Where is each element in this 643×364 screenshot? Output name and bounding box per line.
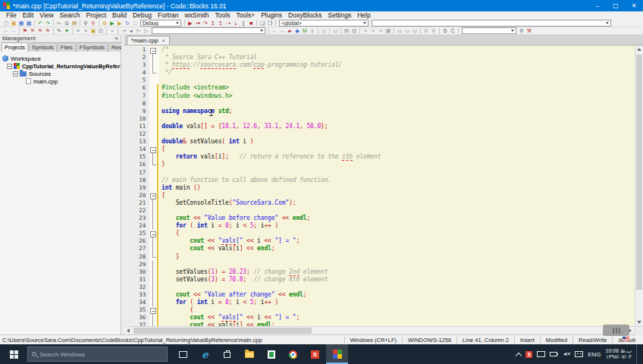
menu-fortran[interactable]: Fortran xyxy=(155,11,181,19)
minimize-button[interactable]: – xyxy=(588,0,607,11)
incremental-search[interactable] xyxy=(462,27,516,34)
vertical-scroll-thumb[interactable] xyxy=(636,55,642,290)
jump-point-icon[interactable]: ● xyxy=(127,27,135,35)
rebuild-icon[interactable]: ↻ xyxy=(124,19,131,27)
box-tool-2-icon[interactable]: ▭ xyxy=(403,27,411,35)
fold-toggle-icon[interactable] xyxy=(149,146,157,153)
replace-icon[interactable]: ⚲ xyxy=(89,19,97,27)
toggle-bookmark-icon[interactable]: ⚑ xyxy=(21,27,29,35)
find-icon[interactable]: ⚲ xyxy=(82,19,89,27)
wx-forward-icon[interactable]: → xyxy=(278,27,286,35)
next-instruction-icon[interactable]: ⇢ xyxy=(224,19,232,27)
debugging-windows-icon[interactable]: ❏ xyxy=(259,19,266,27)
close-button[interactable]: ✕ xyxy=(625,0,643,11)
vertical-scrollbar[interactable] xyxy=(635,46,643,326)
next-line-icon[interactable]: ↷ xyxy=(202,19,209,27)
abort-build-icon[interactable]: □ xyxy=(131,19,139,27)
frame-box-icon[interactable]: ▭ xyxy=(331,27,339,35)
wx-diamond-icon[interactable]: ◆ xyxy=(293,27,301,35)
menu-file[interactable]: File xyxy=(3,11,20,19)
menu-wxsmith[interactable]: wxSmith xyxy=(181,11,212,19)
taskbar-app-s-app[interactable]: S xyxy=(304,344,326,364)
jump-run-icon[interactable]: ▷ xyxy=(143,27,150,35)
code-editor[interactable]: 1/*2 * Source Sara C++ Tutorial3 * https… xyxy=(124,46,635,326)
function-select[interactable] xyxy=(372,20,611,27)
box-tool-3-icon[interactable]: ▭ xyxy=(411,27,419,35)
menu-view[interactable]: View xyxy=(36,11,56,19)
scroll-left-icon[interactable] xyxy=(127,328,130,333)
spell-check-c-icon[interactable]: C xyxy=(449,27,456,35)
redo-icon[interactable]: ↷ xyxy=(44,19,52,27)
build-icon[interactable]: ⚙ xyxy=(101,19,108,27)
step-out-icon[interactable]: ↥ xyxy=(217,19,224,27)
keyboard-layout-icon[interactable] xyxy=(575,351,583,357)
open-file-icon[interactable]: ▣ xyxy=(10,19,17,27)
fold-toggle-icon[interactable] xyxy=(149,306,157,314)
start-button[interactable] xyxy=(0,344,27,364)
paste-icon[interactable]: ▤ xyxy=(71,19,78,27)
taskbar-app-chrome[interactable] xyxy=(282,344,304,364)
prev-bookmark-icon[interactable]: ⚑ xyxy=(29,27,36,35)
language-indicator[interactable]: ENG xyxy=(588,351,601,358)
menu-edit[interactable]: Edit xyxy=(20,11,37,19)
incremental-search-go-icon[interactable]: ⚲ xyxy=(518,27,525,35)
fold-toggle-icon[interactable] xyxy=(149,46,157,54)
tab-symbols[interactable]: Symbols xyxy=(29,42,57,52)
align-center-icon[interactable]: ≡ xyxy=(369,27,377,35)
tree-item-project[interactable]: CppTutorial_ReturningValueByReference xyxy=(0,62,121,70)
tray-s-app-icon[interactable]: S xyxy=(525,351,532,358)
select-target-icon[interactable]: ◎ xyxy=(320,27,328,35)
highlight-occurrences-icon[interactable]: ▣ xyxy=(89,27,97,35)
editor-tab-main-cpp[interactable]: *main.cpp × xyxy=(127,36,170,45)
scroll-down-icon[interactable] xyxy=(637,321,641,324)
taskbar-app-store[interactable] xyxy=(216,344,238,364)
step-into-instruction-icon[interactable]: ⇣ xyxy=(232,19,240,27)
run-to-cursor-icon[interactable]: ⇥ xyxy=(194,19,202,27)
split-vertical-icon[interactable]: ▥ xyxy=(350,27,358,35)
stop-debugger-icon[interactable]: ■ xyxy=(247,19,255,27)
menu-build[interactable]: Build xyxy=(109,11,130,19)
tab-fsymbols[interactable]: FSymbols xyxy=(77,42,108,52)
run-script-icon[interactable]: ▼ xyxy=(63,27,71,35)
build-target-select[interactable]: Debug xyxy=(140,20,181,27)
tab-projects[interactable]: Projects xyxy=(2,42,28,52)
debug-continue-icon[interactable]: ▶ xyxy=(187,19,194,27)
clock[interactable]: 10:06 ب.ظ ۱۳۹۷/۰۷/۰۴ xyxy=(606,348,632,360)
box-tool-1-icon[interactable]: ▭ xyxy=(396,27,403,35)
menu-plugins[interactable]: Plugins xyxy=(258,11,285,19)
taskbar-app-file-explorer[interactable] xyxy=(238,344,260,364)
doxyblocks-doc-icon[interactable]: ✎ xyxy=(55,27,63,35)
show-desktop-button[interactable] xyxy=(636,344,640,364)
menu-doxyblocks[interactable]: DoxyBlocks xyxy=(285,11,325,19)
wx-pencil-icon[interactable]: ▰ xyxy=(286,27,293,35)
fold-toggle-icon[interactable] xyxy=(149,192,157,199)
prev-call-icon[interactable]: « xyxy=(74,27,82,35)
break-debugger-icon[interactable]: ∥ xyxy=(240,19,247,27)
jump-back-icon[interactable]: ⊣ xyxy=(120,27,127,35)
wx-back-icon[interactable]: ← xyxy=(271,27,278,35)
next-call-icon[interactable]: » xyxy=(82,27,89,35)
taskbar-app-task-view[interactable] xyxy=(172,344,194,364)
taskbar-app-green-app[interactable] xyxy=(260,344,282,364)
nav-back-icon[interactable]: ← xyxy=(2,27,10,35)
menu-settings[interactable]: Settings xyxy=(325,11,355,19)
zoom-out-icon[interactable]: ⚲ xyxy=(430,27,438,35)
menu-project[interactable]: Project xyxy=(83,11,109,19)
align-left-icon[interactable]: ≡ xyxy=(362,27,369,35)
tree-item-main-cpp[interactable]: main.cpp xyxy=(0,77,121,85)
menu-help[interactable]: Help xyxy=(354,11,373,19)
horizontal-scroll-thumb[interactable] xyxy=(133,328,312,334)
build-and-run-icon[interactable]: ▶ xyxy=(116,19,124,27)
maximize-button[interactable]: ▢ xyxy=(607,0,625,11)
debug-info-icon[interactable]: ❐ xyxy=(266,19,274,27)
symbol-search-select[interactable] xyxy=(152,27,265,34)
undo-icon[interactable]: ↶ xyxy=(36,19,44,27)
wx-divide-icon[interactable]: ± xyxy=(309,27,316,35)
split-horizontal-icon[interactable]: ▤ xyxy=(343,27,350,35)
cut-icon[interactable]: ✂ xyxy=(55,19,63,27)
insert-mode-icon[interactable]: ⊡ xyxy=(97,27,105,35)
run-icon[interactable]: ▶ xyxy=(108,19,116,27)
next-bookmark-icon[interactable]: ⚑ xyxy=(36,27,44,35)
taskbar-app-codeblocks[interactable] xyxy=(326,344,348,364)
tab-close-icon[interactable]: × xyxy=(162,38,165,43)
